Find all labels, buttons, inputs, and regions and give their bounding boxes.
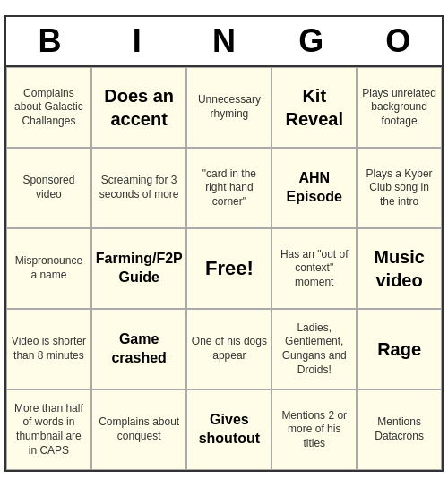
letter-o: O <box>358 22 437 60</box>
bingo-cell-11[interactable]: Farming/F2P Guide <box>91 228 187 309</box>
bingo-cell-17[interactable]: One of his dogs appear <box>186 309 271 389</box>
bingo-header: B I N G O <box>6 17 442 67</box>
bingo-cell-8[interactable]: AHN Episode <box>271 148 357 228</box>
bingo-cell-10[interactable]: Mispronounce a name <box>6 228 91 309</box>
bingo-cell-21[interactable]: Complains about conquest <box>91 389 187 470</box>
bingo-cell-23[interactable]: Mentions 2 or more of his titles <box>271 389 357 470</box>
bingo-grid: Complains about Galactic ChallangesDoes … <box>6 67 442 470</box>
bingo-cell-4[interactable]: Plays unrelated background footage <box>357 67 442 148</box>
bingo-cell-9[interactable]: Plays a Kyber Club song in the intro <box>357 148 442 228</box>
letter-g: G <box>271 22 350 60</box>
bingo-cell-16[interactable]: Game crashed <box>91 309 187 389</box>
bingo-cell-15[interactable]: Video is shorter than 8 minutes <box>6 309 91 389</box>
bingo-cell-18[interactable]: Ladies, Gentlement, Gungans and Droids! <box>271 309 357 389</box>
letter-n: N <box>185 22 263 60</box>
bingo-cell-24[interactable]: Mentions Datacrons <box>357 389 442 470</box>
bingo-cell-6[interactable]: Screaming for 3 seconds of more <box>91 148 187 228</box>
letter-i: I <box>98 22 177 60</box>
bingo-cell-14[interactable]: Music video <box>357 228 442 309</box>
bingo-cell-13[interactable]: Has an "out of context" moment <box>271 228 357 309</box>
bingo-cell-19[interactable]: Rage <box>357 309 442 389</box>
bingo-cell-12[interactable]: Free! <box>186 228 271 309</box>
bingo-cell-2[interactable]: Unnecessary rhyming <box>186 67 271 148</box>
bingo-card: B I N G O Complains about Galactic Chall… <box>4 15 444 472</box>
letter-b: B <box>11 22 90 60</box>
bingo-cell-22[interactable]: Gives shoutout <box>186 389 271 470</box>
bingo-cell-5[interactable]: Sponsored video <box>6 148 91 228</box>
bingo-cell-3[interactable]: Kit Reveal <box>271 67 357 148</box>
bingo-cell-1[interactable]: Does an accent <box>91 67 187 148</box>
bingo-cell-0[interactable]: Complains about Galactic Challanges <box>6 67 91 148</box>
bingo-cell-20[interactable]: More than half of words in thumbnail are… <box>6 389 91 470</box>
bingo-cell-7[interactable]: "card in the right hand corner" <box>186 148 271 228</box>
